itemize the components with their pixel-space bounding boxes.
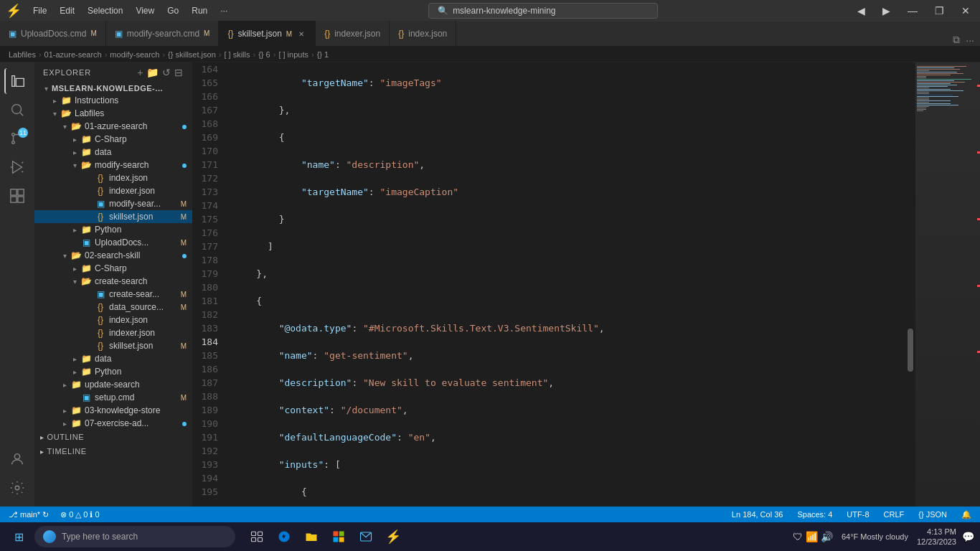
sidebar-item-labfiles[interactable]: ▾ 📂 Labfiles	[34, 107, 192, 120]
status-language[interactable]: {} JSON	[915, 510, 950, 519]
sidebar-item-data-1[interactable]: ▸ 📁 data	[34, 146, 192, 159]
scrollbar-thumb[interactable]	[908, 329, 913, 372]
new-folder-icon[interactable]: 📁	[146, 67, 159, 78]
breadcrumb-skillset[interactable]: {} skillset.json	[168, 50, 216, 59]
status-line-ending[interactable]: CRLF	[881, 510, 908, 519]
sidebar-header-actions: + 📁 ↺ ⊟	[137, 67, 184, 78]
status-encoding[interactable]: UTF-8	[844, 510, 872, 519]
title-search-bar[interactable]: 🔍 mslearn-knowledge-mining	[428, 3, 658, 19]
mail-icon[interactable]	[353, 524, 379, 550]
menu-view[interactable]: View	[130, 4, 160, 17]
tab-index[interactable]: {} index.json	[390, 21, 456, 46]
sidebar-item-skillset-json-2[interactable]: {} skillset.json M	[34, 339, 192, 352]
activity-run-debug[interactable]	[4, 154, 30, 180]
store-icon[interactable]	[326, 524, 352, 550]
activity-search[interactable]	[4, 97, 30, 123]
sidebar-root[interactable]: ▾ MSLEARN-KNOWLEDGE-...	[34, 83, 192, 94]
tab-modify-search[interactable]: ▣ modify-search.cmd M	[106, 21, 220, 46]
sidebar-item-update-search[interactable]: ▸ 📁 update-search	[34, 378, 192, 391]
file-explorer-icon[interactable]	[298, 524, 324, 550]
close-button[interactable]: ✕	[957, 4, 974, 18]
sidebar-item-index-json[interactable]: {} index.json	[34, 171, 192, 184]
activity-extensions[interactable]	[4, 183, 30, 209]
sidebar-item-data-2[interactable]: ▸ 📁 data	[34, 352, 192, 365]
nav-back-button[interactable]: ◀	[853, 4, 870, 18]
activity-settings[interactable]	[4, 475, 30, 501]
tab-indexer[interactable]: {} indexer.json	[316, 21, 390, 46]
sidebar-item-setup-cmd[interactable]: ▣ setup.cmd M	[34, 391, 192, 404]
activity-explorer[interactable]	[4, 68, 30, 94]
menu-run[interactable]: Run	[186, 4, 213, 17]
status-errors[interactable]: ⊗ 0 △ 0 ℹ 0	[57, 510, 102, 519]
taskbar-clock[interactable]: 4:13 PM 12/23/2023	[917, 527, 956, 547]
vscode-taskbar-icon[interactable]: ⚡	[380, 524, 406, 550]
sidebar-item-03-knowledge[interactable]: ▸ 📁 03-knowledge-store	[34, 404, 192, 417]
section-outline[interactable]: ▸ OUTLINE	[34, 430, 192, 444]
tab-uploaddocs[interactable]: ▣ UploadDocs.cmd M	[0, 21, 106, 46]
breadcrumb-modify-search[interactable]: modify-search	[110, 50, 159, 59]
refresh-icon[interactable]: ↺	[162, 67, 171, 78]
edge-icon[interactable]	[271, 524, 297, 550]
breadcrumb-labfiles[interactable]: Labfiles	[9, 50, 36, 59]
sidebar-item-indexer-json[interactable]: {} indexer.json	[34, 184, 192, 197]
svg-rect-14	[334, 532, 339, 537]
section-timeline[interactable]: ▸ TIMELINE	[34, 444, 192, 458]
maximize-button[interactable]: ❐	[930, 4, 948, 18]
new-file-icon[interactable]: +	[137, 67, 143, 78]
sidebar-item-create-cmd[interactable]: ▣ create-sear... M	[34, 288, 192, 301]
antivirus-icon[interactable]: 🛡	[793, 531, 803, 542]
sidebar-item-create-search[interactable]: ▾ 📂 create-search	[34, 275, 192, 288]
windows-start-button[interactable]: ⊞	[6, 524, 32, 550]
tab-skillset[interactable]: {} skillset.json M ✕	[219, 21, 316, 46]
sidebar-item-01-azure-search[interactable]: ▾ 📂 01-azure-search	[34, 120, 192, 133]
sidebar-item-data-source[interactable]: {} data_source... M	[34, 301, 192, 314]
minimize-button[interactable]: —	[903, 4, 922, 18]
tab-close-button[interactable]: ✕	[296, 29, 306, 39]
sidebar-item-modify-cmd[interactable]: ▣ modify-sear... M	[34, 197, 192, 210]
collapse-all-icon[interactable]: ⊟	[174, 67, 184, 78]
sidebar-item-indexer-json-2[interactable]: {} indexer.json	[34, 326, 192, 339]
breadcrumb-inputs[interactable]: [ ] inputs	[278, 50, 308, 59]
sidebar-item-02-search-skill[interactable]: ▾ 📂 02-search-skill	[34, 249, 192, 262]
nav-forward-button[interactable]: ▶	[878, 4, 895, 18]
weather-display[interactable]: 64°F Mostly cloudy	[839, 532, 911, 541]
volume-icon[interactable]: 🔊	[821, 531, 833, 542]
sidebar-item-modify-search[interactable]: ▾ 📂 modify-search	[34, 159, 192, 171]
azure-search-badge	[182, 121, 192, 131]
code-container[interactable]: 164 165 166 167 168 169 170 171 172 173 …	[192, 62, 915, 507]
menu-more[interactable]: ···	[215, 4, 233, 17]
menu-file[interactable]: File	[27, 4, 52, 17]
sidebar-item-csharp-2[interactable]: ▸ 📁 C-Sharp	[34, 262, 192, 275]
task-view-button[interactable]	[244, 524, 270, 550]
sidebar-header: EXPLORER + 📁 ↺ ⊟	[34, 62, 192, 83]
sidebar-item-csharp-1[interactable]: ▸ 📁 C-Sharp	[34, 133, 192, 146]
notification-center-icon[interactable]: 💬	[962, 531, 974, 542]
taskbar-search[interactable]: Type here to search	[34, 526, 235, 547]
sidebar-item-07-exercise[interactable]: ▸ 📁 07-exercise-ad...	[34, 417, 192, 430]
sidebar-item-python-2[interactable]: ▸ 📁 Python	[34, 365, 192, 378]
sidebar-item-instructions[interactable]: ▸ 📁 Instructions	[34, 94, 192, 107]
status-position[interactable]: Ln 184, Col 36	[729, 510, 786, 519]
menu-edit[interactable]: Edit	[54, 4, 80, 17]
status-spaces[interactable]: Spaces: 4	[794, 510, 835, 519]
breadcrumb-1[interactable]: {} 1	[317, 50, 329, 59]
status-branch[interactable]: ⎇ main* ↻	[6, 510, 52, 519]
menu-selection[interactable]: Selection	[82, 4, 128, 17]
network-icon[interactable]: 📶	[806, 531, 818, 542]
split-editor-icon[interactable]: ⧉	[953, 34, 960, 46]
menu-go[interactable]: Go	[161, 4, 184, 17]
breadcrumb-6[interactable]: {} 6	[258, 50, 270, 59]
svg-rect-11	[258, 532, 263, 535]
code-editor[interactable]: "targetName": "imageTags" }, { "name": "…	[228, 62, 905, 507]
breadcrumb-azure-search[interactable]: 01-azure-search	[44, 50, 102, 59]
breadcrumb-skills[interactable]: [ ] skills	[224, 50, 250, 59]
scrollbar[interactable]	[905, 62, 915, 507]
sidebar-item-uploaddocs[interactable]: ▣ UploadDocs... M	[34, 236, 192, 249]
status-notifications[interactable]: 🔔	[958, 510, 974, 519]
sidebar-item-skillset-json[interactable]: {} skillset.json M	[34, 210, 192, 223]
sidebar-item-index-json-2[interactable]: {} index.json	[34, 314, 192, 326]
more-actions-icon[interactable]: ···	[966, 34, 974, 46]
activity-source-control[interactable]: 11	[4, 126, 30, 151]
sidebar-item-python-1[interactable]: ▸ 📁 Python	[34, 223, 192, 236]
activity-account[interactable]	[4, 446, 30, 472]
